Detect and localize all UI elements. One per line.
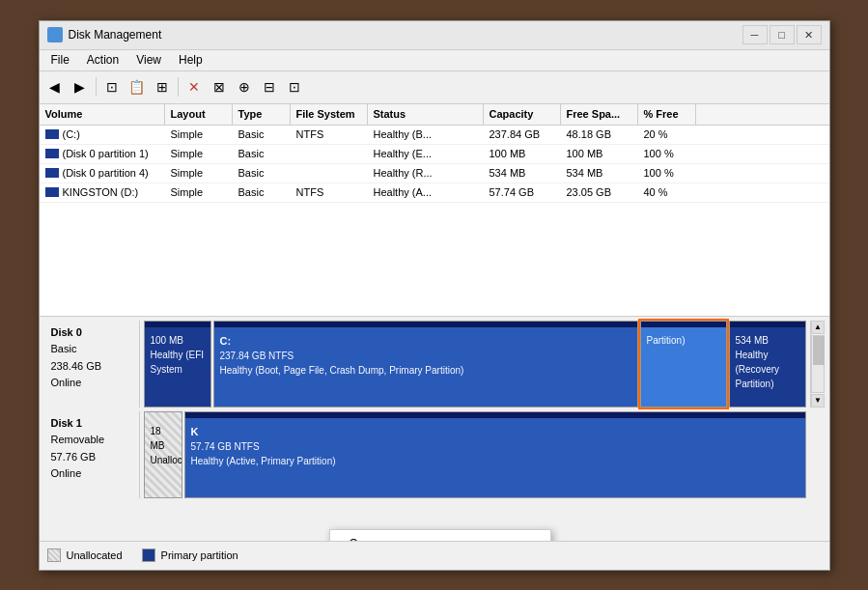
col-header-layout[interactable]: Layout (165, 104, 233, 125)
scrollbar[interactable]: ▲ ▼ (810, 321, 826, 407)
partition-top-bar (214, 322, 637, 327)
scroll-track (811, 335, 825, 393)
disk0-name: Disk 0 (51, 324, 131, 342)
window-controls: ─ □ ✕ (742, 25, 822, 44)
toolbar-btn-doc[interactable]: 📋 (126, 75, 149, 98)
col-header-capacity[interactable]: Capacity (484, 104, 561, 125)
cell-type: Basic (233, 126, 291, 144)
disk0-partition-recovery[interactable]: 534 MB Healthy (Recovery Partition) (729, 321, 806, 407)
title-bar-left: Disk Management (47, 27, 162, 42)
cell-capacity: 57.74 GB (484, 183, 561, 202)
col-header-freespace[interactable]: Free Spa... (561, 104, 638, 125)
cell-fs (291, 145, 368, 163)
disk0-partitions: 100 MB Healthy (EFI System C: 237.84 GB … (140, 321, 810, 407)
table-row[interactable]: (C:) Simple Basic NTFS Healthy (B... 237… (40, 126, 829, 145)
legend-unalloc-label: Unallocated (67, 549, 123, 561)
maximize-button[interactable]: □ (770, 25, 795, 44)
cell-type: Basic (233, 183, 291, 202)
col-header-filesystem[interactable]: File System (291, 104, 368, 125)
cell-capacity: 534 MB (484, 164, 561, 183)
disk1-partitions: 18 MB Unallocated K 57.74 GB NTFS Health… (140, 411, 810, 498)
menu-file[interactable]: File (43, 51, 77, 69)
cell-freespace: 100 MB (561, 145, 638, 163)
disk0-partition-efi[interactable]: 100 MB Healthy (EFI System (144, 321, 211, 407)
cell-status: Healthy (E... (368, 145, 484, 163)
legend-primary: Primary partition (142, 548, 238, 562)
toolbar-btn-delete[interactable]: ✕ (182, 75, 206, 98)
cell-pctfree: 100 % (638, 164, 696, 183)
cell-capacity: 100 MB (484, 145, 561, 163)
toolbar-btn-export[interactable]: ⊠ (208, 75, 231, 98)
title-bar: Disk Management ─ □ ✕ (40, 21, 829, 50)
cell-fs (291, 164, 368, 183)
disk0-type: Basic (51, 341, 131, 358)
disk0-label: Disk 0 Basic 238.46 GB Online (43, 321, 140, 407)
partition-content: C: 237.84 GB NTFS Healthy (Boot, Page Fi… (220, 333, 631, 379)
cell-type: Basic (233, 145, 291, 163)
forward-button[interactable]: ▶ (69, 75, 92, 98)
menu-action[interactable]: Action (79, 51, 126, 69)
toolbar-btn-grid[interactable]: ⊡ (100, 75, 124, 98)
table-row[interactable]: (Disk 0 partition 1) Simple Basic Health… (40, 145, 829, 164)
cell-volume: (Disk 0 partition 1) (40, 145, 165, 163)
col-header-type[interactable]: Type (233, 104, 291, 125)
volume-icon (45, 168, 59, 178)
cell-fs: NTFS (291, 183, 368, 202)
cell-layout: Simple (165, 145, 233, 163)
legend-primary-box (142, 548, 155, 562)
partition-content: 100 MB Healthy (EFI System (151, 333, 205, 377)
volume-icon (45, 129, 59, 139)
cell-freespace: 23.05 GB (561, 183, 638, 202)
partition-top-bar (185, 412, 805, 418)
partition-content: Partition) (647, 333, 720, 348)
legend-primary-label: Primary partition (161, 549, 238, 561)
disk1-name: Disk 1 (51, 415, 131, 433)
cell-layout: Simple (165, 164, 233, 183)
scroll-thumb[interactable] (813, 336, 825, 365)
cell-status: Healthy (A... (368, 183, 484, 202)
disk0-partition-selected[interactable]: Partition) (640, 321, 727, 407)
toolbar-btn-view[interactable]: ⊟ (258, 75, 281, 98)
toolbar-btn-add[interactable]: ⊞ (151, 75, 174, 98)
cell-volume: (Disk 0 partition 4) (40, 164, 165, 183)
partition-content: K 57.74 GB NTFS Healthy (Active, Primary… (191, 424, 799, 469)
col-header-pctfree[interactable]: % Free (638, 104, 696, 125)
scroll-up-button[interactable]: ▲ (811, 321, 825, 334)
cell-capacity: 237.84 GB (484, 126, 561, 144)
toolbar-btn-options[interactable]: ⊡ (283, 75, 306, 98)
partition-content: 534 MB Healthy (Recovery Partition) (736, 333, 799, 391)
disk1-unallocated[interactable]: 18 MB Unallocated (144, 411, 182, 498)
cell-pctfree: 40 % (638, 183, 696, 202)
menu-bar: File Action View Help (40, 50, 829, 71)
close-button[interactable]: ✕ (797, 25, 822, 44)
disk1-partition-kingston[interactable]: K 57.74 GB NTFS Healthy (Active, Primary… (184, 411, 806, 498)
cell-status: Healthy (R... (368, 164, 484, 183)
table-row[interactable]: KINGSTON (D:) Simple Basic NTFS Healthy … (40, 183, 829, 203)
disk0-row: Disk 0 Basic 238.46 GB Online 100 MB Hea… (43, 321, 826, 407)
col-header-volume[interactable]: Volume (40, 104, 165, 125)
menu-help[interactable]: Help (171, 51, 210, 69)
context-menu: Open Explore Mark Partition as Active Ch… (329, 529, 551, 541)
menu-view[interactable]: View (128, 51, 169, 69)
table-header: Volume Layout Type File System Status Ca… (40, 104, 829, 126)
toolbar-separator-1 (96, 77, 97, 97)
back-button[interactable]: ◀ (43, 75, 67, 98)
disk1-status: Online (51, 465, 131, 483)
cell-layout: Simple (165, 126, 233, 144)
disk1-size: 57.76 GB (51, 449, 131, 466)
scroll-down-button[interactable]: ▼ (811, 394, 825, 407)
legend-unallocated: Unallocated (47, 548, 123, 562)
disk0-partition-c[interactable]: C: 237.84 GB NTFS Healthy (Boot, Page Fi… (213, 321, 638, 407)
toolbar-btn-import[interactable]: ⊕ (233, 75, 256, 98)
disk0-status: Online (51, 375, 131, 392)
ctx-open[interactable]: Open (330, 532, 550, 541)
table-row[interactable]: (Disk 0 partition 4) Simple Basic Health… (40, 164, 829, 183)
cell-pctfree: 20 % (638, 126, 696, 144)
cell-volume: KINGSTON (D:) (40, 183, 165, 202)
col-header-status[interactable]: Status (368, 104, 484, 125)
disk1-type: Removable (51, 432, 131, 449)
cell-freespace: 48.18 GB (561, 126, 638, 144)
minimize-button[interactable]: ─ (742, 25, 768, 44)
cell-fs: NTFS (291, 126, 368, 144)
partition-top-bar (145, 322, 210, 327)
